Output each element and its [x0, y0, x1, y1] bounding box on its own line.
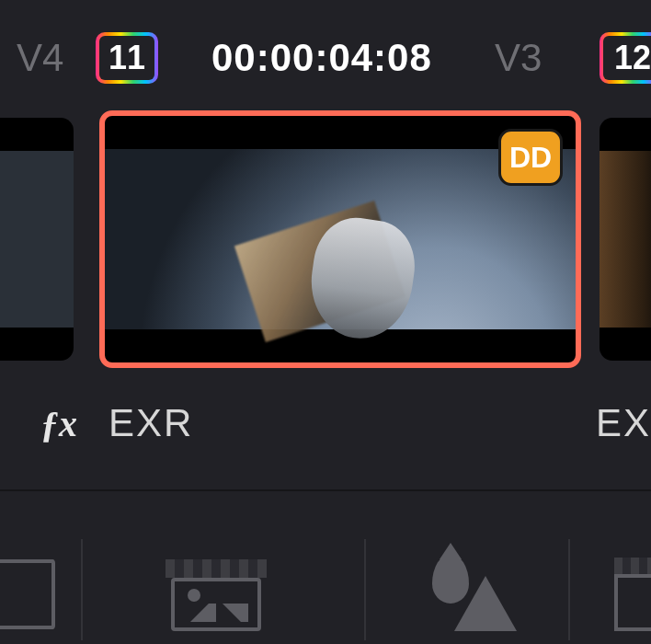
- image-frame-icon: [171, 578, 261, 631]
- clip-number-badge-11[interactable]: 11: [96, 32, 158, 84]
- clip-format-label: EXR: [108, 401, 193, 445]
- clip-number-badge-12[interactable]: 12: [600, 32, 651, 84]
- tool-separator: [364, 539, 366, 640]
- clip-number-value: 11: [108, 39, 145, 77]
- palette-tool-partial-right-icon[interactable]: [614, 558, 651, 631]
- checker-strip: [166, 559, 267, 578]
- clip-thumbnail-next[interactable]: [600, 118, 651, 361]
- qualifier-palette-icon[interactable]: [428, 554, 520, 637]
- palette-tool-partial-left-icon[interactable]: [0, 559, 55, 629]
- track-label-v4: V4: [17, 36, 63, 80]
- fx-icon[interactable]: ƒx: [40, 402, 77, 445]
- thumbnail-image: [0, 151, 74, 328]
- clip-thumbnail-prev[interactable]: [0, 118, 74, 361]
- clip-number-value: 12: [614, 39, 651, 77]
- timecode-display[interactable]: 00:00:04:08: [211, 36, 432, 80]
- clip-label-row: ƒx EXR EXI: [0, 396, 651, 451]
- track-label-v3: V3: [495, 36, 542, 80]
- clip-format-label-next: EXI: [596, 401, 651, 445]
- gallery-palette-icon[interactable]: [166, 559, 267, 631]
- clip-thumbnail-row: DD: [0, 110, 651, 368]
- checker-strip: [614, 558, 651, 574]
- grade-flag-badge[interactable]: DD: [498, 129, 563, 186]
- thumbnail-image: [600, 151, 651, 328]
- grade-flag-label: DD: [509, 141, 552, 175]
- section-divider: [0, 489, 651, 491]
- tool-separator: [568, 539, 570, 640]
- clip-header-row: V4 11 00:00:04:08 V3 12: [0, 26, 651, 90]
- palette-tool-row: [0, 512, 651, 644]
- frame-icon: [614, 574, 651, 631]
- triangle-icon: [454, 576, 517, 631]
- tool-separator: [81, 539, 83, 640]
- clip-thumbnail-selected[interactable]: DD: [99, 110, 581, 368]
